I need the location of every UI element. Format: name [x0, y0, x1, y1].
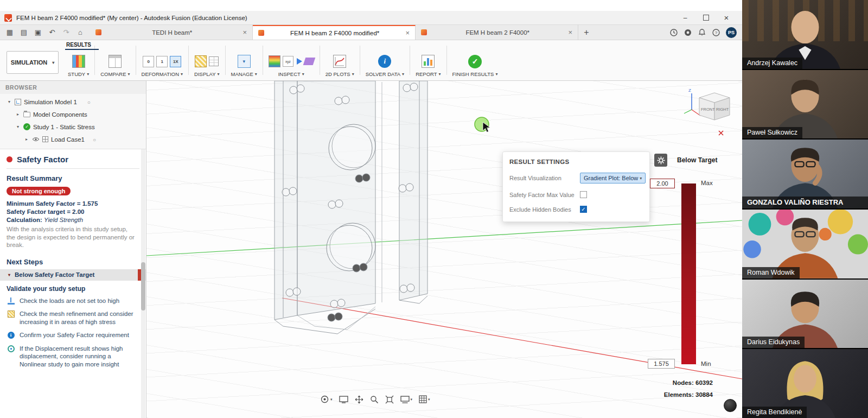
- gradient-result-icon[interactable]: [269, 55, 280, 67]
- probe-xyz-icon[interactable]: [283, 56, 293, 67]
- tree-item-load-case1[interactable]: Load Case1: [0, 133, 146, 145]
- pan-icon[interactable]: [355, 395, 363, 404]
- participant-video-tile[interactable]: Regita Bendikienė: [742, 349, 868, 418]
- viewport-3d[interactable]: Z FRONT RIGHT RESULT SETTINGS: [146, 81, 742, 418]
- visibility-radio-icon[interactable]: [87, 99, 91, 105]
- exclude-hidden-label: Exclude Hidden Bodies: [509, 206, 580, 213]
- view-cube[interactable]: Z FRONT RIGHT: [681, 85, 741, 140]
- max-value-checkbox[interactable]: [580, 191, 587, 198]
- ribbon-group-inspect[interactable]: INSPECT: [264, 53, 319, 78]
- screen: FEM H beam 2 F4000 modified* (My center)…: [0, 0, 868, 418]
- min-safety-factor-line: Minimum Safety Factor = 1.575: [7, 200, 139, 208]
- job-status-icon[interactable]: [669, 28, 678, 37]
- display-grid-icon[interactable]: [209, 56, 219, 66]
- home-icon[interactable]: [74, 28, 87, 36]
- legend-min-input[interactable]: 1.575: [648, 359, 675, 369]
- minimize-button[interactable]: [676, 12, 694, 23]
- report-icon[interactable]: [422, 55, 435, 68]
- 2d-plot-icon[interactable]: [333, 55, 346, 68]
- tab-close-icon[interactable]: [568, 28, 572, 36]
- participant-video-tile[interactable]: Andrzej Kawalec: [742, 0, 868, 70]
- tree-item-simulation-model[interactable]: Simulation Model 1: [0, 96, 146, 108]
- ribbon-group-compare[interactable]: COMPARE: [95, 53, 135, 78]
- ribbon-group-finish-results[interactable]: FINISH RESULTS: [448, 53, 503, 78]
- deformation-adjusted-icon[interactable]: [156, 56, 168, 67]
- visualization-dropdown[interactable]: Gradient Plot: Below: [580, 173, 646, 183]
- expand-icon[interactable]: [15, 124, 21, 129]
- eye-icon[interactable]: [32, 137, 40, 142]
- save-icon[interactable]: [31, 28, 44, 36]
- ribbon-group-deformation[interactable]: DEFORMATION: [137, 53, 188, 78]
- meeting-floating-avatar[interactable]: [724, 399, 737, 412]
- orbit-icon[interactable]: [320, 395, 333, 404]
- tab-fem-h-beam[interactable]: FEM H beam 2 F4000*: [416, 25, 578, 40]
- dialog-title: RESULT SETTINGS: [509, 159, 643, 165]
- ribbon-group-display[interactable]: DISPLAY: [189, 53, 224, 78]
- display-mesh-icon[interactable]: [195, 55, 207, 67]
- expand-icon[interactable]: [15, 112, 21, 117]
- titlebar: FEM H beam 2 F4000 modified* (My center)…: [0, 11, 742, 25]
- study-icon[interactable]: [72, 55, 85, 68]
- scrollbar-thumb[interactable]: [141, 262, 145, 311]
- compare-icon[interactable]: [108, 55, 122, 68]
- document-tabs: TEDI H beam* FEM H beam 2 F4000 modified…: [90, 25, 664, 40]
- maximize-button[interactable]: [697, 12, 715, 23]
- exclude-hidden-checkbox[interactable]: [580, 206, 587, 213]
- close-button[interactable]: [717, 12, 736, 23]
- max-value-label: Safety Factor Max Value: [509, 192, 580, 198]
- tab-tedi-h-beam[interactable]: TEDI H beam*: [90, 25, 253, 40]
- file-menu-icon[interactable]: [17, 28, 30, 36]
- manage-icon[interactable]: [238, 55, 251, 68]
- grid-settings-icon[interactable]: [419, 395, 430, 403]
- deformation-scale-icon[interactable]: [170, 56, 181, 67]
- zoom-icon[interactable]: [370, 395, 379, 404]
- section-plane-icon[interactable]: [303, 58, 315, 65]
- tab-fem-h-beam-modified[interactable]: FEM H beam 2 F4000 modified*: [253, 25, 416, 40]
- load-case-icon: [42, 136, 48, 142]
- user-avatar[interactable]: PS: [726, 27, 737, 38]
- help-icon[interactable]: ?: [712, 28, 720, 37]
- app-grid-icon[interactable]: [3, 28, 16, 36]
- ribbon-separator: [446, 46, 447, 75]
- expand-icon[interactable]: [24, 137, 29, 142]
- ribbon-group-study[interactable]: STUDY: [63, 53, 94, 78]
- ribbon-group-report[interactable]: REPORT: [411, 53, 445, 78]
- new-tab-button[interactable]: [578, 25, 595, 40]
- extensions-icon[interactable]: [684, 28, 692, 37]
- legend-settings-button[interactable]: [654, 154, 667, 167]
- legend-min-label: Min: [701, 360, 711, 367]
- tab-close-icon[interactable]: [405, 29, 410, 37]
- participant-video-tile[interactable]: Darius Eidukynas: [742, 280, 868, 350]
- legend-max-input[interactable]: 2.00: [650, 179, 675, 188]
- redo-icon[interactable]: [60, 28, 73, 36]
- workspace-selector[interactable]: SIMULATION: [7, 51, 59, 74]
- display-settings-icon[interactable]: [400, 396, 413, 403]
- finish-results-check-icon[interactable]: [468, 55, 482, 68]
- participant-video-tile[interactable]: Roman Wdowik: [742, 210, 868, 280]
- tree-item-study1[interactable]: Study 1 - Static Stress: [0, 121, 146, 133]
- visibility-radio-icon[interactable]: [93, 136, 96, 143]
- undo-icon[interactable]: [46, 28, 59, 36]
- probe-flag-icon[interactable]: [297, 58, 302, 65]
- notifications-bell-icon[interactable]: [698, 28, 706, 37]
- viewcube-right-face: RIGHT: [716, 107, 729, 112]
- h-beam-model[interactable]: [275, 81, 427, 334]
- tree-item-model-components[interactable]: Model Components: [0, 108, 146, 121]
- ribbon-group-2d-plots[interactable]: 2D PLOTS: [321, 53, 359, 78]
- participant-video-tile[interactable]: Paweł Sułkowicz: [742, 70, 868, 140]
- panel-scrollbar[interactable]: [141, 149, 145, 418]
- top-strip: [0, 0, 742, 11]
- look-at-icon[interactable]: [339, 396, 348, 403]
- expand-icon[interactable]: [7, 99, 12, 104]
- ribbon-group-manage[interactable]: MANAGE: [226, 53, 262, 78]
- solver-info-icon[interactable]: [378, 55, 391, 68]
- fit-view-icon[interactable]: [385, 395, 394, 404]
- below-target-section-row[interactable]: Below Safety Factor Target: [0, 269, 146, 281]
- deformation-actual-icon[interactable]: [143, 56, 154, 67]
- collapse-icon[interactable]: [7, 273, 12, 277]
- svg-text:?: ?: [715, 30, 718, 35]
- tab-close-icon[interactable]: [242, 28, 247, 36]
- result-summary-heading: Result Summary: [7, 174, 139, 182]
- participant-video-tile[interactable]: GONZALO VALIÑO RIESTRA: [742, 140, 868, 210]
- ribbon-group-solver-data[interactable]: SOLVER DATA: [361, 53, 409, 78]
